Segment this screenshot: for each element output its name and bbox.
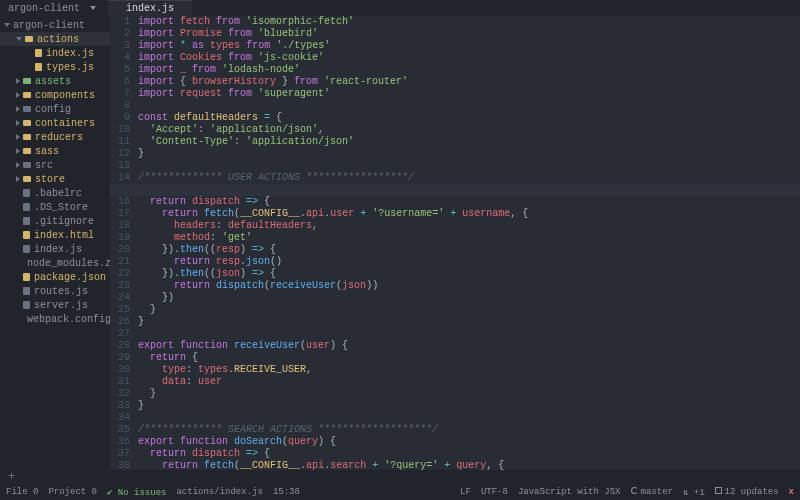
status-fetch[interactable]: ⇅ +1	[683, 487, 705, 498]
code-line[interactable]: }).then((json) => {	[138, 268, 800, 280]
file-package-json[interactable]: package.json	[0, 270, 110, 284]
line-number[interactable]: 12	[110, 148, 130, 160]
line-number[interactable]: 1	[110, 16, 130, 28]
file--ds-store[interactable]: .DS_Store	[0, 200, 110, 214]
line-number[interactable]: 37	[110, 448, 130, 460]
status-line-ending[interactable]: LF	[460, 487, 471, 497]
code-line[interactable]: return fetch(__CONFIG__.api.search + '?q…	[138, 460, 800, 470]
line-number[interactable]: 6	[110, 76, 130, 88]
line-number[interactable]: 11	[110, 136, 130, 148]
code-line[interactable]: }	[138, 388, 800, 400]
line-number[interactable]: 14	[110, 172, 130, 184]
add-pane-button[interactable]: +	[0, 470, 800, 484]
line-number[interactable]: 21	[110, 256, 130, 268]
code-line[interactable]: }	[138, 316, 800, 328]
line-number[interactable]: 24	[110, 292, 130, 304]
code-line[interactable]: import fetch from 'isomorphic-fetch'	[138, 16, 800, 28]
code-line[interactable]: return dispatch(receiveUser(json))	[138, 280, 800, 292]
file-webpack-config-js[interactable]: webpack.config.js	[0, 312, 110, 326]
line-number[interactable]: 4	[110, 52, 130, 64]
code-line[interactable]	[138, 328, 800, 340]
code-line[interactable]: }).then((resp) => {	[138, 244, 800, 256]
line-number[interactable]: 22	[110, 268, 130, 280]
code-line[interactable]: export function doSearch(query) {	[138, 436, 800, 448]
file-server-js[interactable]: server.js	[0, 298, 110, 312]
line-number[interactable]: 31	[110, 376, 130, 388]
line-number[interactable]: 29	[110, 352, 130, 364]
folder-assets[interactable]: assets	[0, 74, 110, 88]
folder-src[interactable]: src	[0, 158, 110, 172]
line-number[interactable]: 23	[110, 280, 130, 292]
tree-root[interactable]: argon-client	[0, 18, 110, 32]
code-line[interactable]	[138, 160, 800, 172]
project-name[interactable]: argon-client	[0, 3, 104, 14]
folder-containers[interactable]: containers	[0, 116, 110, 130]
line-number[interactable]: 34	[110, 412, 130, 424]
line-number[interactable]: 3	[110, 40, 130, 52]
status-branch[interactable]: master	[631, 487, 673, 497]
code-line[interactable]: return resp.json()	[138, 256, 800, 268]
file-node-modules-zip[interactable]: node_modules.zip	[0, 256, 110, 270]
code-line[interactable]: import { browserHistory } from 'react-ro…	[138, 76, 800, 88]
code-line[interactable]: /************* USER ACTIONS ************…	[138, 172, 800, 184]
code-line[interactable]: method: 'get'	[138, 232, 800, 244]
code-line[interactable]: headers: defaultHeaders,	[138, 220, 800, 232]
line-number[interactable]: 13	[110, 160, 130, 172]
status-encoding[interactable]: UTF-8	[481, 487, 508, 497]
folder-components[interactable]: components	[0, 88, 110, 102]
folder-reducers[interactable]: reducers	[0, 130, 110, 144]
line-number[interactable]: 7	[110, 88, 130, 100]
line-number[interactable]: 36	[110, 436, 130, 448]
line-number[interactable]: 28	[110, 340, 130, 352]
line-number[interactable]: 20	[110, 244, 130, 256]
line-number[interactable]: 19	[110, 232, 130, 244]
line-number[interactable]: 33	[110, 400, 130, 412]
line-number[interactable]: 27	[110, 328, 130, 340]
code-line[interactable]	[138, 412, 800, 424]
file-index-html[interactable]: index.html	[0, 228, 110, 242]
status-file[interactable]: File 0	[6, 487, 38, 497]
line-number[interactable]: 26	[110, 316, 130, 328]
code-line[interactable]: /************* SEARCH ACTIONS **********…	[138, 424, 800, 436]
folder-config[interactable]: config	[0, 102, 110, 116]
line-number[interactable]: 35	[110, 424, 130, 436]
folder-sass[interactable]: sass	[0, 144, 110, 158]
line-number[interactable]: 16	[110, 196, 130, 208]
code-line[interactable]: 'Content-Type': 'application/json'	[138, 136, 800, 148]
line-number[interactable]: 25	[110, 304, 130, 316]
line-number[interactable]: 38	[110, 460, 130, 470]
line-number[interactable]: 17	[110, 208, 130, 220]
code-line[interactable]: }	[138, 148, 800, 160]
code-line[interactable]: type: types.RECEIVE_USER,	[138, 364, 800, 376]
code-line[interactable]: 'Accept': 'application/json',	[138, 124, 800, 136]
file-index-js[interactable]: index.js	[0, 242, 110, 256]
code-line[interactable]: }	[138, 400, 800, 412]
code-line[interactable]	[138, 100, 800, 112]
code-line[interactable]: import * as types from './types'	[138, 40, 800, 52]
file--babelrc[interactable]: .babelrc	[0, 186, 110, 200]
code-line[interactable]: return dispatch => {	[138, 196, 800, 208]
code-line[interactable]: import _ from 'lodash-node'	[138, 64, 800, 76]
status-grammar[interactable]: JavaScript with JSX	[518, 487, 621, 497]
status-updates[interactable]: 12 updates	[715, 487, 779, 497]
code-line[interactable]: })	[138, 292, 800, 304]
status-close-button[interactable]: x	[789, 487, 794, 497]
line-number[interactable]: 10	[110, 124, 130, 136]
line-number[interactable]: 8	[110, 100, 130, 112]
code-line[interactable]: return dispatch => {	[138, 448, 800, 460]
code-line[interactable]: import request from 'superagent'	[138, 88, 800, 100]
line-number[interactable]: 18	[110, 220, 130, 232]
file-routes-js[interactable]: routes.js	[0, 284, 110, 298]
code-line[interactable]: return fetch(__CONFIG__.api.user + '?use…	[138, 208, 800, 220]
file--gitignore[interactable]: .gitignore	[0, 214, 110, 228]
line-number[interactable]: 2	[110, 28, 130, 40]
code-line[interactable]: data: user	[138, 376, 800, 388]
code-area[interactable]: import fetch from 'isomorphic-fetch'impo…	[138, 16, 800, 470]
line-number[interactable]: 9	[110, 112, 130, 124]
file-tree[interactable]: argon-clientactionsindex.jstypes.jsasset…	[0, 16, 110, 470]
line-number[interactable]: 32	[110, 388, 130, 400]
line-number[interactable]: 5	[110, 64, 130, 76]
folder-store[interactable]: store	[0, 172, 110, 186]
code-line[interactable]: return {	[138, 352, 800, 364]
status-path[interactable]: actions/index.js	[176, 487, 262, 497]
